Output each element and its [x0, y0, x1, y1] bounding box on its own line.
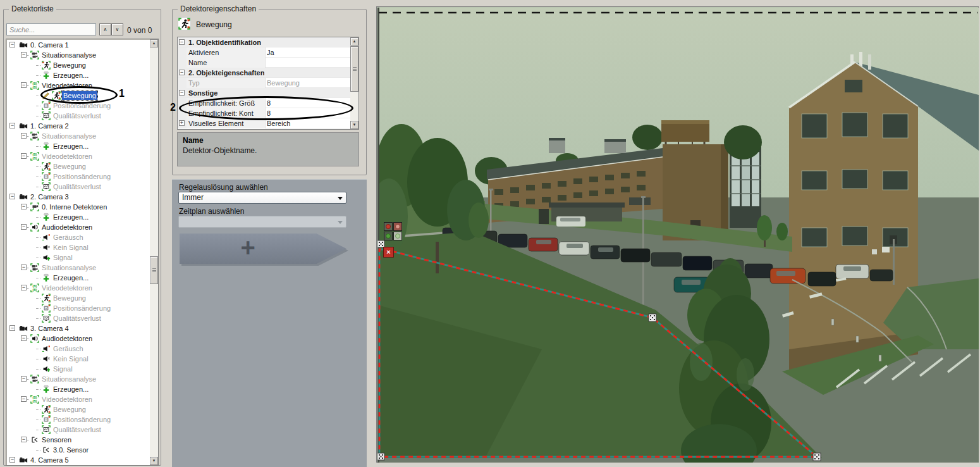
- tree-row[interactable]: Geräusch: [6, 344, 150, 354]
- green-active-button[interactable]: [384, 232, 393, 240]
- search-input[interactable]: [6, 23, 96, 35]
- expander-minus-icon[interactable]: −: [21, 396, 27, 402]
- tree-row[interactable]: Erzeugen...: [6, 273, 150, 283]
- grid-property-row[interactable]: +Visuelles ElementBereich: [178, 118, 350, 128]
- tree-row[interactable]: Signal: [6, 364, 150, 374]
- tree-row[interactable]: BPositionsänderung: [6, 171, 150, 182]
- tree-row[interactable]: 3.0. Sensor: [6, 445, 150, 455]
- search-prev-button[interactable]: ∧: [99, 23, 111, 35]
- tree-row[interactable]: −0. Interne Detektoren: [6, 202, 150, 212]
- tree-row[interactable]: −4. Camera 5: [6, 455, 150, 465]
- property-value[interactable]: Ja: [267, 48, 349, 57]
- expander-minus-icon[interactable]: −: [9, 194, 15, 199]
- tree-row[interactable]: Bewegung: [6, 60, 150, 70]
- grid-scroll-thumb[interactable]: [350, 46, 358, 92]
- expander-minus-icon[interactable]: −: [9, 325, 15, 331]
- tree-scrollbar[interactable]: [150, 39, 158, 465]
- tree-row[interactable]: Erzeugen...: [6, 212, 150, 222]
- expander-minus-icon[interactable]: −: [21, 376, 27, 382]
- delete-zone-button[interactable]: ×: [383, 247, 394, 258]
- tree-row[interactable]: −(B)(B)Videodetektoren: [6, 151, 150, 161]
- grid-scroll-up-icon[interactable]: ▲: [350, 37, 358, 46]
- tree-row[interactable]: Kein Signal: [6, 242, 150, 252]
- expander-minus-icon[interactable]: −: [179, 90, 185, 96]
- tree-row[interactable]: Bewegung: [6, 161, 150, 171]
- expander-minus-icon[interactable]: −: [21, 265, 27, 270]
- zone-handle[interactable]: [649, 314, 656, 321]
- property-value[interactable]: 8: [267, 109, 349, 118]
- expander-minus-icon[interactable]: −: [21, 335, 27, 341]
- expander-minus-icon[interactable]: −: [21, 285, 27, 290]
- tree-row[interactable]: −(B)(B)Videodetektoren: [6, 80, 150, 90]
- grid-property-row[interactable]: AktivierenJa: [178, 47, 350, 58]
- tree-row[interactable]: −3. Camera 4: [6, 323, 150, 333]
- grid-category-row[interactable]: −Sonstige: [178, 88, 350, 98]
- detector-tree[interactable]: −0. Camera 1−SituationsanalyseBewegungEr…: [6, 39, 159, 466]
- tree-row[interactable]: −Audiodetektoren: [6, 222, 150, 232]
- tree-row[interactable]: Signal: [6, 252, 150, 263]
- grid-category-row[interactable]: −1. Objektidentifikation: [178, 37, 350, 47]
- grid-property-row[interactable]: TypBewegung: [178, 78, 350, 88]
- tree-row[interactable]: −Sensoren: [6, 435, 150, 445]
- tree-row[interactable]: BPositionsänderung: [6, 414, 150, 425]
- expander-minus-icon[interactable]: −: [21, 133, 27, 139]
- expander-minus-icon[interactable]: −: [21, 52, 27, 58]
- expander-minus-icon[interactable]: −: [9, 42, 15, 47]
- tree-row[interactable]: −Situationsanalyse: [6, 374, 150, 384]
- green-button[interactable]: [393, 232, 402, 240]
- grid-property-row[interactable]: Empfindlichkeit: Kont8: [178, 108, 350, 118]
- tree-row[interactable]: −(B)(B)Videodetektoren: [6, 283, 150, 293]
- tree-row[interactable]: Qualitätsverlust: [6, 425, 150, 435]
- tree-row[interactable]: Kein Signal: [6, 354, 150, 364]
- expander-minus-icon[interactable]: −: [21, 437, 27, 442]
- tree-row[interactable]: Qualitätsverlust: [6, 111, 150, 121]
- expander-minus-icon[interactable]: −: [179, 70, 185, 75]
- expander-minus-icon[interactable]: −: [9, 123, 15, 128]
- expander-minus-icon[interactable]: −: [9, 457, 15, 463]
- tree-row[interactable]: Erzeugen...: [6, 141, 150, 151]
- tree-scroll-up-icon[interactable]: ▲: [150, 39, 158, 47]
- grid-scroll-down-icon[interactable]: ▼: [350, 121, 358, 129]
- expander-minus-icon[interactable]: −: [21, 224, 27, 230]
- tree-row[interactable]: −Audiodetektoren: [6, 333, 150, 344]
- expander-plus-icon[interactable]: +: [179, 120, 185, 126]
- grid-property-row[interactable]: Empfindlichkeit: Größ8: [178, 98, 350, 108]
- red-active-button[interactable]: [384, 222, 393, 231]
- add-rule-button[interactable]: +: [180, 233, 346, 264]
- tree-row[interactable]: BPositionsänderung: [6, 303, 150, 313]
- property-grid[interactable]: −1. ObjektidentifikationAktivierenJaName…: [177, 37, 359, 130]
- property-value[interactable]: Bereich: [267, 119, 349, 128]
- expander-minus-icon[interactable]: −: [21, 153, 27, 159]
- tree-row[interactable]: Geräusch: [6, 232, 150, 242]
- property-value[interactable]: Bewegung: [267, 78, 349, 87]
- tree-row[interactable]: Bewegung: [6, 404, 150, 414]
- tree-row[interactable]: −Situationsanalyse: [6, 131, 150, 141]
- rule-trigger-select[interactable]: Immer: [178, 192, 346, 204]
- tree-row[interactable]: −Situationsanalyse: [6, 50, 150, 60]
- tree-row[interactable]: Bewegung: [6, 90, 150, 101]
- tree-row[interactable]: Qualitätsverlust: [6, 182, 150, 192]
- expander-minus-icon[interactable]: −: [179, 39, 185, 45]
- expander-minus-icon[interactable]: −: [21, 82, 27, 88]
- tree-row[interactable]: Erzeugen...: [6, 384, 150, 394]
- tree-row[interactable]: −1. Camera 2: [6, 121, 150, 131]
- tree-row[interactable]: Bewegung: [6, 293, 150, 303]
- tree-row[interactable]: −0. Camera 1: [6, 40, 150, 50]
- red-button[interactable]: [393, 222, 402, 231]
- zone-handle[interactable]: [377, 453, 384, 460]
- tree-row[interactable]: −(B)(B)Videodetektoren: [6, 394, 150, 404]
- tree-row[interactable]: −Situationsanalyse: [6, 263, 150, 273]
- tree-row[interactable]: Qualitätsverlust: [6, 313, 150, 323]
- video-canvas[interactable]: ×: [376, 6, 979, 463]
- tree-row[interactable]: Erzeugen...: [6, 70, 150, 80]
- tree-row[interactable]: BPositionsänderung: [6, 101, 150, 111]
- tree-scroll-thumb[interactable]: [150, 256, 158, 284]
- search-next-button[interactable]: ∨: [111, 23, 123, 35]
- property-value[interactable]: 8: [267, 99, 349, 108]
- tree-scroll-down-icon[interactable]: ▼: [150, 457, 158, 465]
- grid-property-row[interactable]: Name: [178, 58, 350, 68]
- tree-row[interactable]: −2. Camera 3: [6, 192, 150, 202]
- grid-category-row[interactable]: −2. Objekteigenschaften: [178, 68, 350, 78]
- zone-handle[interactable]: [813, 453, 821, 461]
- expander-minus-icon[interactable]: −: [21, 204, 27, 209]
